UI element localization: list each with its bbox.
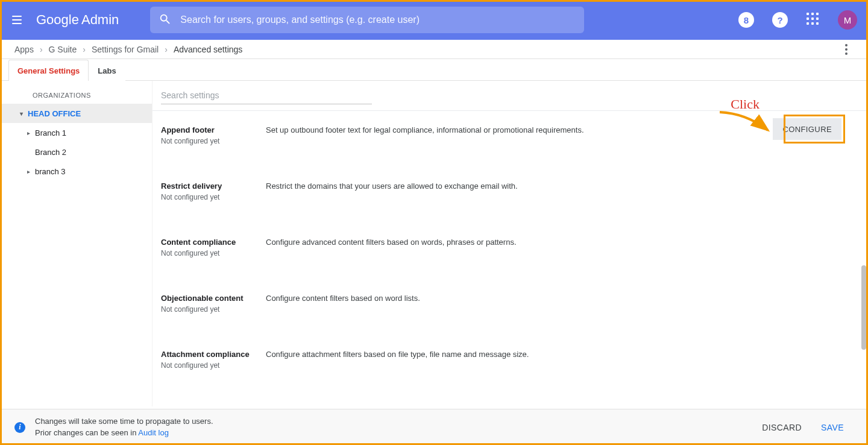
search-icon (159, 13, 172, 28)
audit-log-link[interactable]: Audit log (138, 428, 169, 437)
setting-desc: Require TLS when communicating with spec… (266, 406, 854, 406)
apps-launcher-icon[interactable] (803, 9, 825, 31)
settings-main: Append footer Not configured yet Set up … (152, 81, 868, 406)
menu-icon[interactable] (10, 13, 24, 27)
org-label: HEAD OFFICE (28, 109, 81, 118)
org-header: ORGANIZATIONS (0, 87, 152, 104)
save-button[interactable]: SAVE (811, 418, 854, 437)
more-options-icon[interactable] (839, 42, 854, 57)
setting-status: Not configured yet (161, 249, 266, 257)
setting-status: Not configured yet (161, 137, 266, 145)
setting-title: Restrict delivery (161, 181, 266, 191)
tab-labs[interactable]: Labs (89, 60, 125, 81)
chevron-right-icon: › (40, 45, 43, 54)
setting-status: Not configured yet (161, 361, 266, 370)
footer-text: Changes will take some time to propagate… (35, 416, 213, 438)
tabs: General Settings Labs (0, 59, 868, 81)
setting-tls-compliance[interactable]: Secure transport (TLS) compliance Not co… (153, 391, 868, 406)
breadcrumb-settings-gmail[interactable]: Settings for Gmail (92, 45, 159, 54)
org-sidebar: ORGANIZATIONS ▾ HEAD OFFICE ▸ Branch 1 B… (0, 81, 152, 406)
setting-content-compliance[interactable]: Content compliance Not configured yet Co… (153, 223, 868, 279)
chevron-right-icon: ▸ (24, 130, 33, 136)
setting-desc: Set up outbound footer text for legal co… (266, 125, 854, 145)
setting-title: Append footer (161, 125, 266, 134)
org-branch-2[interactable]: Branch 2 (0, 142, 152, 162)
chevron-down-icon: ▾ (17, 110, 25, 117)
discard-button[interactable]: DISCARD (752, 418, 811, 437)
breadcrumb-gsuite[interactable]: G Suite (49, 45, 77, 54)
setting-desc: Configure content filters based on word … (266, 294, 854, 314)
setting-restrict-delivery[interactable]: Restrict delivery Not configured yet Res… (153, 167, 868, 223)
setting-status: Not configured yet (161, 193, 266, 201)
footer-bar: i Changes will take some time to propaga… (0, 409, 868, 445)
account-badge: 8 (738, 12, 754, 28)
setting-objectionable-content[interactable]: Objectionable content Not configured yet… (153, 279, 868, 335)
tab-general-settings[interactable]: General Settings (8, 60, 89, 81)
logo-admin-text: Admin (81, 12, 119, 28)
scrollbar[interactable] (861, 265, 866, 350)
help-icon[interactable]: ? (769, 9, 791, 31)
chevron-right-icon: › (83, 45, 86, 54)
avatar-button[interactable]: M (837, 9, 858, 31)
org-branch-3[interactable]: ▸ branch 3 (0, 162, 152, 181)
setting-title: Objectionable content (161, 294, 266, 303)
setting-title: Secure transport (TLS) compliance (161, 406, 266, 406)
account-number-icon[interactable]: 8 (735, 9, 757, 31)
logo-google-text: Google (36, 12, 79, 28)
breadcrumb-apps[interactable]: Apps (14, 45, 34, 54)
setting-status: Not configured yet (161, 305, 266, 314)
content-body: ORGANIZATIONS ▾ HEAD OFFICE ▸ Branch 1 B… (0, 81, 868, 406)
search-settings-input[interactable] (161, 87, 372, 104)
breadcrumb-current: Advanced settings (174, 45, 242, 54)
setting-desc: Configure advanced content filters based… (266, 238, 854, 257)
breadcrumb: Apps › G Suite › Settings for Gmail › Ad… (0, 40, 868, 59)
search-bar[interactable] (150, 7, 584, 33)
org-label: branch 3 (35, 167, 66, 176)
avatar: M (838, 10, 857, 30)
chevron-right-icon: › (165, 45, 168, 54)
setting-title: Attachment compliance (161, 350, 266, 359)
setting-desc: Configure attachment filters based on fi… (266, 350, 854, 370)
footer-line2-prefix: Prior changes can be seen in (35, 428, 138, 437)
footer-line1: Changes will take some time to propagate… (35, 417, 213, 426)
setting-attachment-compliance[interactable]: Attachment compliance Not configured yet… (153, 335, 868, 391)
setting-title: Content compliance (161, 238, 266, 247)
app-header: Google Admin 8 ? M (0, 0, 868, 40)
org-label: Branch 2 (35, 148, 66, 157)
org-head-office[interactable]: ▾ HEAD OFFICE (0, 104, 152, 123)
setting-append-footer[interactable]: Append footer Not configured yet Set up … (153, 111, 868, 167)
org-branch-1[interactable]: ▸ Branch 1 (0, 123, 152, 142)
logo[interactable]: Google Admin (36, 12, 119, 28)
configure-button[interactable]: CONFIGURE (773, 118, 841, 140)
chevron-right-icon: ▸ (24, 168, 33, 175)
help-badge: ? (772, 12, 788, 28)
org-label: Branch 1 (35, 128, 66, 137)
setting-desc: Restrict the domains that your users are… (266, 181, 854, 201)
info-icon: i (14, 422, 25, 433)
search-input[interactable] (180, 14, 576, 25)
